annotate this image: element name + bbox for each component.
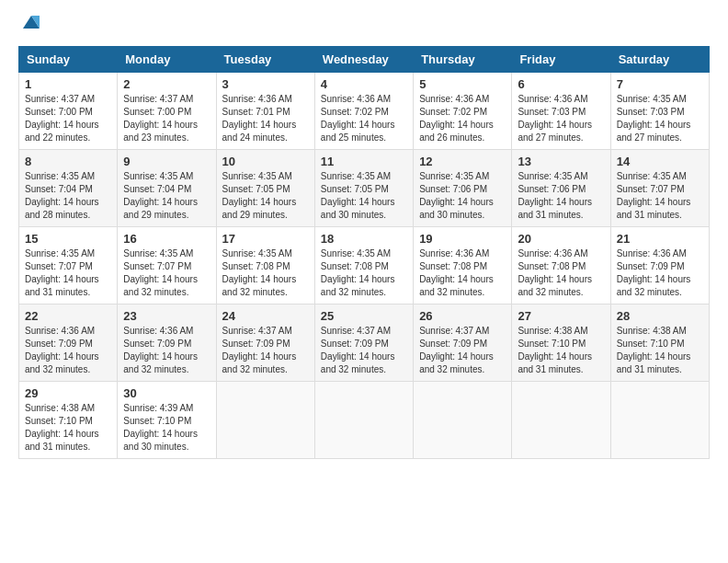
calendar-day: 5Sunrise: 4:36 AMSunset: 7:02 PMDaylight… xyxy=(414,72,512,149)
weekday-header: Saturday xyxy=(610,46,709,72)
calendar-week-2: 8Sunrise: 4:35 AMSunset: 7:04 PMDaylight… xyxy=(19,149,710,226)
calendar-week-5: 29Sunrise: 4:38 AMSunset: 7:10 PMDayligh… xyxy=(19,381,710,458)
day-number: 17 xyxy=(222,232,309,246)
weekday-header: Sunday xyxy=(19,46,118,72)
calendar-week-4: 22Sunrise: 4:36 AMSunset: 7:09 PMDayligh… xyxy=(19,304,710,381)
calendar-day: 30Sunrise: 4:39 AMSunset: 7:10 PMDayligh… xyxy=(118,381,216,458)
day-info: Sunrise: 4:36 AMSunset: 7:01 PMDaylight:… xyxy=(222,94,297,143)
calendar-day: 27Sunrise: 4:38 AMSunset: 7:10 PMDayligh… xyxy=(512,304,610,381)
calendar-day xyxy=(216,381,314,458)
calendar-header-row: SundayMondayTuesdayWednesdayThursdayFrid… xyxy=(19,46,710,72)
calendar-day: 9Sunrise: 4:35 AMSunset: 7:04 PMDaylight… xyxy=(118,149,216,226)
day-number: 8 xyxy=(25,155,111,168)
logo xyxy=(18,18,41,37)
day-info: Sunrise: 4:37 AMSunset: 7:00 PMDaylight:… xyxy=(123,94,198,143)
calendar-day: 7Sunrise: 4:35 AMSunset: 7:03 PMDaylight… xyxy=(610,72,709,149)
day-number: 16 xyxy=(123,232,210,246)
calendar-table: SundayMondayTuesdayWednesdayThursdayFrid… xyxy=(18,46,710,459)
calendar-week-3: 15Sunrise: 4:35 AMSunset: 7:07 PMDayligh… xyxy=(19,226,710,304)
day-number: 1 xyxy=(25,77,111,91)
day-number: 12 xyxy=(419,155,506,168)
weekday-header: Thursday xyxy=(414,46,512,72)
day-number: 20 xyxy=(518,232,604,246)
day-info: Sunrise: 4:37 AMSunset: 7:09 PMDaylight:… xyxy=(419,326,494,374)
day-info: Sunrise: 4:38 AMSunset: 7:10 PMDaylight:… xyxy=(518,326,592,374)
weekday-header: Friday xyxy=(512,46,610,72)
calendar-day: 28Sunrise: 4:38 AMSunset: 7:10 PMDayligh… xyxy=(610,304,709,381)
day-number: 28 xyxy=(617,309,703,323)
weekday-header: Wednesday xyxy=(314,46,413,72)
day-info: Sunrise: 4:35 AMSunset: 7:04 PMDaylight:… xyxy=(123,171,198,220)
calendar-day: 1Sunrise: 4:37 AMSunset: 7:00 PMDaylight… xyxy=(19,72,118,149)
calendar-day: 3Sunrise: 4:36 AMSunset: 7:01 PMDaylight… xyxy=(216,72,314,149)
day-info: Sunrise: 4:35 AMSunset: 7:05 PMDaylight:… xyxy=(321,171,395,220)
calendar-day: 2Sunrise: 4:37 AMSunset: 7:00 PMDaylight… xyxy=(118,72,216,149)
day-info: Sunrise: 4:35 AMSunset: 7:08 PMDaylight:… xyxy=(222,248,297,297)
day-number: 9 xyxy=(123,155,210,168)
day-info: Sunrise: 4:35 AMSunset: 7:05 PMDaylight:… xyxy=(222,171,297,220)
day-number: 23 xyxy=(123,309,210,323)
day-info: Sunrise: 4:36 AMSunset: 7:09 PMDaylight:… xyxy=(123,326,198,374)
calendar-day: 22Sunrise: 4:36 AMSunset: 7:09 PMDayligh… xyxy=(19,304,118,381)
calendar-day: 25Sunrise: 4:37 AMSunset: 7:09 PMDayligh… xyxy=(314,304,413,381)
page-header xyxy=(18,18,710,37)
weekday-header: Monday xyxy=(118,46,216,72)
day-number: 25 xyxy=(321,309,407,323)
calendar-day xyxy=(314,381,413,458)
day-number: 11 xyxy=(321,155,407,168)
calendar-day: 17Sunrise: 4:35 AMSunset: 7:08 PMDayligh… xyxy=(216,226,314,304)
day-info: Sunrise: 4:39 AMSunset: 7:10 PMDaylight:… xyxy=(123,403,198,452)
day-number: 5 xyxy=(419,77,506,91)
calendar-day: 10Sunrise: 4:35 AMSunset: 7:05 PMDayligh… xyxy=(216,149,314,226)
day-number: 2 xyxy=(123,77,210,91)
day-number: 24 xyxy=(222,309,309,323)
calendar-day: 26Sunrise: 4:37 AMSunset: 7:09 PMDayligh… xyxy=(414,304,512,381)
weekday-header: Tuesday xyxy=(216,46,314,72)
calendar-day: 19Sunrise: 4:36 AMSunset: 7:08 PMDayligh… xyxy=(414,226,512,304)
calendar-day: 4Sunrise: 4:36 AMSunset: 7:02 PMDaylight… xyxy=(314,72,413,149)
day-number: 22 xyxy=(25,309,111,323)
day-info: Sunrise: 4:36 AMSunset: 7:08 PMDaylight:… xyxy=(419,248,494,297)
day-info: Sunrise: 4:38 AMSunset: 7:10 PMDaylight:… xyxy=(25,403,99,452)
day-info: Sunrise: 4:37 AMSunset: 7:09 PMDaylight:… xyxy=(321,326,395,374)
calendar-day: 23Sunrise: 4:36 AMSunset: 7:09 PMDayligh… xyxy=(118,304,216,381)
calendar-day: 12Sunrise: 4:35 AMSunset: 7:06 PMDayligh… xyxy=(414,149,512,226)
day-info: Sunrise: 4:35 AMSunset: 7:08 PMDaylight:… xyxy=(321,248,395,297)
day-info: Sunrise: 4:37 AMSunset: 7:09 PMDaylight:… xyxy=(222,326,297,374)
day-number: 15 xyxy=(25,232,111,246)
day-number: 26 xyxy=(419,309,506,323)
day-number: 3 xyxy=(222,77,309,91)
day-info: Sunrise: 4:35 AMSunset: 7:07 PMDaylight:… xyxy=(123,248,198,297)
day-info: Sunrise: 4:36 AMSunset: 7:02 PMDaylight:… xyxy=(321,94,395,143)
calendar-day: 29Sunrise: 4:38 AMSunset: 7:10 PMDayligh… xyxy=(19,381,118,458)
calendar-day: 18Sunrise: 4:35 AMSunset: 7:08 PMDayligh… xyxy=(314,226,413,304)
calendar-week-1: 1Sunrise: 4:37 AMSunset: 7:00 PMDaylight… xyxy=(19,72,710,149)
calendar-day xyxy=(414,381,512,458)
day-number: 30 xyxy=(123,386,210,400)
logo-icon xyxy=(21,12,41,32)
calendar-day: 15Sunrise: 4:35 AMSunset: 7:07 PMDayligh… xyxy=(19,226,118,304)
day-info: Sunrise: 4:37 AMSunset: 7:00 PMDaylight:… xyxy=(25,94,99,143)
day-number: 29 xyxy=(25,386,111,400)
day-info: Sunrise: 4:36 AMSunset: 7:09 PMDaylight:… xyxy=(25,326,99,374)
day-info: Sunrise: 4:36 AMSunset: 7:02 PMDaylight:… xyxy=(419,94,494,143)
day-info: Sunrise: 4:36 AMSunset: 7:08 PMDaylight:… xyxy=(518,248,592,297)
calendar-day: 11Sunrise: 4:35 AMSunset: 7:05 PMDayligh… xyxy=(314,149,413,226)
day-number: 13 xyxy=(518,155,604,168)
calendar-day: 8Sunrise: 4:35 AMSunset: 7:04 PMDaylight… xyxy=(19,149,118,226)
day-number: 4 xyxy=(321,77,407,91)
calendar-day xyxy=(610,381,709,458)
day-info: Sunrise: 4:35 AMSunset: 7:06 PMDaylight:… xyxy=(518,171,592,220)
day-info: Sunrise: 4:35 AMSunset: 7:07 PMDaylight:… xyxy=(25,248,99,297)
calendar-day: 13Sunrise: 4:35 AMSunset: 7:06 PMDayligh… xyxy=(512,149,610,226)
day-info: Sunrise: 4:36 AMSunset: 7:09 PMDaylight:… xyxy=(617,248,691,297)
day-number: 18 xyxy=(321,232,407,246)
day-number: 14 xyxy=(617,155,703,168)
day-number: 7 xyxy=(617,77,703,91)
calendar-day: 14Sunrise: 4:35 AMSunset: 7:07 PMDayligh… xyxy=(610,149,709,226)
day-info: Sunrise: 4:35 AMSunset: 7:04 PMDaylight:… xyxy=(25,171,99,220)
day-info: Sunrise: 4:38 AMSunset: 7:10 PMDaylight:… xyxy=(617,326,691,374)
calendar-day: 21Sunrise: 4:36 AMSunset: 7:09 PMDayligh… xyxy=(610,226,709,304)
day-info: Sunrise: 4:35 AMSunset: 7:06 PMDaylight:… xyxy=(419,171,494,220)
day-number: 21 xyxy=(617,232,703,246)
